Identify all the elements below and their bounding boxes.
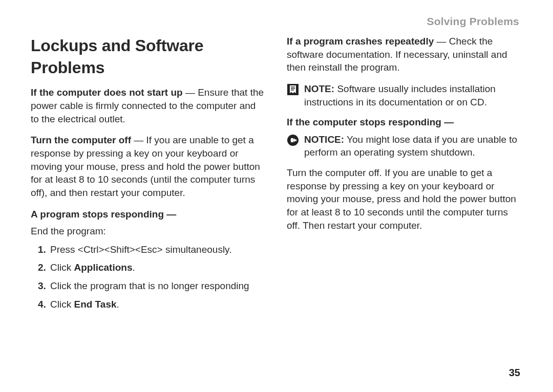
bold-lead: A program stops responding — — [31, 209, 176, 220]
step-3: 3. Click the program that is no longer r… — [38, 279, 266, 293]
paragraph-force-off: Turn the computer off. If you are unable… — [287, 166, 522, 232]
right-column: If a program crashes repeatedly — Check … — [287, 35, 522, 316]
note-icon — [287, 83, 299, 96]
step-2: 2. Click Applications. — [38, 261, 266, 274]
paragraph-repeated-crash: If a program crashes repeatedly — Check … — [287, 35, 522, 74]
paragraph-no-startup: If the computer does not start up — Ensu… — [31, 86, 266, 125]
paragraph-stops-responding-head: If the computer stops responding — — [287, 116, 522, 129]
page-number: 35 — [509, 367, 520, 379]
bold-lead: Turn the computer off — [31, 135, 131, 145]
step-number: 4. — [38, 298, 48, 311]
step-text: Click Applications. — [50, 261, 266, 274]
step-text: Click the program that is no longer resp… — [50, 279, 266, 293]
notice-text: NOTICE: You might lose data if you are u… — [304, 133, 522, 159]
step-pre: Click — [50, 299, 74, 310]
step-number: 3. — [38, 279, 48, 293]
paragraph-turn-off: Turn the computer off — If you are unabl… — [31, 134, 266, 199]
ordered-steps: 1. Press <Ctrl><Shift><Esc> simultaneous… — [38, 243, 266, 311]
running-header: Solving Problems — [31, 15, 522, 28]
page-title: Lockups and Software Problems — [31, 35, 266, 79]
left-column: Lockups and Software Problems If the com… — [31, 35, 266, 316]
step-bold: End Task — [74, 299, 116, 310]
two-column-body: Lockups and Software Problems If the com… — [31, 35, 522, 316]
step-text: Click End Task. — [50, 298, 266, 311]
notice-callout: NOTICE: You might lose data if you are u… — [287, 133, 522, 159]
notice-icon — [287, 134, 299, 146]
notice-label: NOTICE: — [304, 134, 344, 145]
step-number: 1. — [38, 243, 48, 256]
section-title: Solving Problems — [427, 15, 519, 27]
step-4: 4. Click End Task. — [38, 298, 266, 311]
step-1: 1. Press <Ctrl><Shift><Esc> simultaneous… — [38, 243, 266, 256]
step-pre: Click — [50, 262, 74, 273]
note-label: NOTE: — [304, 83, 334, 94]
bold-lead: If the computer stops responding — — [287, 117, 454, 127]
step-post: . — [132, 262, 135, 273]
step-post: . — [117, 299, 119, 310]
step-bold: Applications — [74, 262, 132, 273]
document-page: Solving Problems Lockups and Software Pr… — [0, 0, 553, 392]
note-callout: NOTE: Software usually includes installa… — [287, 82, 522, 108]
step-number: 2. — [38, 261, 48, 274]
note-text: NOTE: Software usually includes installa… — [304, 82, 522, 108]
bold-lead: If the computer does not start up — [31, 87, 183, 98]
paragraph-end-the-program: End the program: — [31, 225, 266, 238]
paragraph-stops-responding-head: A program stops responding — — [31, 208, 266, 221]
step-text: Press <Ctrl><Shift><Esc> simultaneously. — [50, 243, 266, 256]
bold-lead: If a program crashes repeatedly — [287, 36, 434, 47]
